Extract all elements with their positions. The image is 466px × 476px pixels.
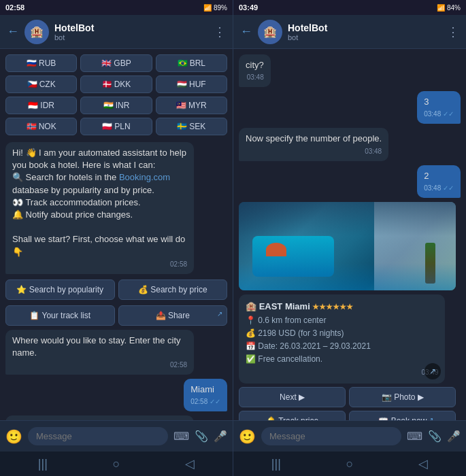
cta-time: 02:58 [12, 260, 187, 269]
city-question: city? 03:48 [239, 54, 271, 87]
right-back-button[interactable]: ← [240, 24, 252, 39]
right-bot-name: HotelBot [288, 22, 447, 33]
question-message: Where would you like to stay. Enter the … [5, 330, 194, 375]
people-reply-time: 03:48 ✓✓ [424, 184, 454, 193]
sticker-icon[interactable]: ⌨ [173, 430, 189, 443]
left-message-input[interactable] [28, 427, 168, 445]
currency-btn-brl[interactable]: 🇧🇷BRL [156, 54, 227, 72]
nav-home-icon[interactable]: ○ [113, 457, 120, 471]
right-status-icons: 📶 84% [437, 4, 461, 12]
right-nav-bar: ||| ○ ◁ [233, 452, 466, 476]
right-signal-icon: 📶 [437, 4, 445, 12]
hotel-dates: 📅 Date: 26.03.2021 – 29.03.2021 [246, 340, 438, 353]
emoji-button[interactable]: 🙂 [5, 428, 22, 445]
right-attach-icon[interactable]: 📎 [428, 430, 442, 443]
right-status-bar: 03:49 📶 84% [233, 0, 466, 15]
hotel-info-bubble: 🏨 EAST Miami ★★★★★★ 📍 0.6 km from center… [239, 294, 445, 384]
nav-menu-icon[interactable]: ||| [38, 457, 48, 471]
left-input-bar: 🙂 ⌨ 📎 🎤 [0, 420, 233, 452]
action-buttons-row1: ⭐ Search by popularity 💰 Search by price [5, 279, 227, 300]
right-nav-home-icon[interactable]: ○ [346, 457, 354, 471]
currency-btn-rub[interactable]: 🇷🇺RUB [5, 54, 77, 72]
header-info: HotelBot bot [54, 22, 214, 41]
right-messages: city? 03:48 3 03:48 ✓✓ Now specify the n… [233, 49, 466, 420]
hotel-price: 💰 2198 USD (for 3 nights) [246, 327, 438, 340]
avatar: 🏨 [24, 20, 49, 44]
currency-btn-nok[interactable]: 🇳🇴NOK [5, 118, 77, 135]
photo-button[interactable]: 📷 Photo ▶ [349, 387, 456, 407]
header-menu-button[interactable]: ⋮ [214, 24, 226, 39]
right-panel: 03:49 📶 84% ← 🏨 HotelBot bot ⋮ city? 03:… [233, 0, 466, 476]
currency-btn-sek[interactable]: 🇸🇪SEK [156, 118, 227, 135]
bot-sub: bot [54, 33, 214, 41]
user-reply-time: 02:58 ✓✓ [190, 397, 220, 407]
umbrella-visual [266, 243, 286, 256]
hotel-time: 03:49 [246, 367, 438, 378]
signal-icon: 📶 [203, 4, 212, 12]
people-message: Now specify the number of people. 03:48 [239, 128, 388, 160]
right-chat-header: ← 🏨 HotelBot bot ⋮ [233, 15, 466, 49]
currency-btn-czk[interactable]: 🇨🇿CZK [5, 75, 77, 93]
hotel-name: 🏨 EAST Miami ★★★★★★ [246, 300, 438, 314]
left-nav-bar: ||| ○ ◁ [0, 452, 233, 476]
city-reply-time: 03:48 ✓✓ [424, 109, 454, 119]
user-reply-bubble: Miami 02:58 ✓✓ [184, 379, 227, 411]
left-panel: 02:58 📶 89% ← 🏨 HotelBot bot ⋮ 🇷🇺RUB🇬🇧GB… [0, 0, 233, 476]
currency-btn-dkk[interactable]: 🇩🇰DKK [80, 75, 152, 93]
currency-btn-idr[interactable]: 🇮🇩IDR [5, 97, 77, 114]
city-reply-bubble: 3 03:48 ✓✓ [417, 91, 461, 124]
share-button[interactable]: 📤 Share↗ [118, 305, 228, 326]
back-button[interactable]: ← [7, 24, 19, 39]
left-status-bar: 02:58 📶 89% [0, 0, 233, 15]
people-time: 03:48 [246, 147, 382, 156]
right-time: 03:49 [239, 3, 258, 12]
currency-btn-gbp[interactable]: 🇬🇧GBP [80, 54, 152, 72]
search-price-button[interactable]: 💰 Search by price [118, 279, 228, 300]
tick-icon: ✓✓ [210, 398, 220, 405]
currency-btn-huf[interactable]: 🇭🇺HUF [156, 75, 227, 93]
hotel-distance: 📍 0.6 km from center [246, 314, 438, 327]
attach-icon[interactable]: 📎 [195, 430, 208, 443]
followup-message: OK, specify the check-in date at the hot… [5, 415, 194, 420]
track-list-button[interactable]: 📋 Your track list [5, 305, 115, 326]
left-messages: 🇷🇺RUB🇬🇧GBP🇧🇷BRL🇨🇿CZK🇩🇰DKK🇭🇺HUF🇮🇩IDR🇮🇳INR… [0, 49, 233, 420]
right-sticker-icon[interactable]: ⌨ [407, 430, 422, 443]
nav-back-icon[interactable]: ◁ [185, 456, 195, 471]
currency-btn-pln[interactable]: 🇵🇱PLN [80, 118, 152, 135]
intro-message: Hi! 👋 I am your automated assistant to h… [5, 142, 194, 274]
book-now-button[interactable]: 📖 Book now ↗ [349, 411, 456, 420]
right-header-menu-button[interactable]: ⋮ [447, 24, 459, 39]
hotel-card: 🏨 EAST Miami ★★★★★★ 📍 0.6 km from center… [239, 202, 456, 420]
mic-icon[interactable]: 🎤 [214, 430, 227, 443]
next-button[interactable]: Next ▶ [239, 387, 346, 407]
battery-icon: 89% [214, 4, 227, 12]
search-popularity-button[interactable]: ⭐ Search by popularity [5, 279, 115, 300]
water-overlay [239, 263, 456, 290]
hotel-stars: ★★★★★★ [312, 303, 353, 311]
hotel-action-row2: 🔔 Track price 📖 Book now ↗ [239, 411, 456, 420]
right-battery-icon: 84% [447, 4, 461, 12]
right-emoji-button[interactable]: 🙂 [239, 428, 256, 445]
city-time: 03:48 [246, 73, 264, 82]
right-mic-icon[interactable]: 🎤 [447, 430, 461, 443]
currency-grid: 🇷🇺RUB🇬🇧GBP🇧🇷BRL🇨🇿CZK🇩🇰DKK🇭🇺HUF🇮🇩IDR🇮🇳INR… [5, 54, 227, 135]
currency-btn-inr[interactable]: 🇮🇳INR [80, 97, 152, 114]
track-price-button[interactable]: 🔔 Track price [239, 411, 346, 420]
currency-btn-myr[interactable]: 🇲🇾MYR [156, 97, 227, 114]
right-message-input[interactable] [261, 427, 401, 445]
action-buttons-row2: 📋 Your track list 📤 Share↗ [5, 305, 227, 326]
right-input-bar: 🙂 ⌨ 📎 🎤 [233, 420, 466, 452]
left-status-icons: 📶 89% [203, 4, 227, 12]
people-reply-bubble: 2 03:48 ✓✓ [417, 165, 461, 198]
left-chat-header: ← 🏨 HotelBot bot ⋮ [0, 15, 233, 49]
right-avatar: 🏨 [258, 20, 282, 44]
question-time: 02:58 [12, 360, 187, 370]
right-bot-sub: bot [288, 33, 447, 41]
right-header-info: HotelBot bot [288, 22, 447, 41]
right-tick1: ✓✓ [443, 110, 454, 118]
right-tick2: ✓✓ [443, 184, 454, 192]
sky-overlay [239, 202, 456, 236]
forward-button[interactable]: ↗ [425, 363, 441, 379]
right-nav-menu-icon[interactable]: ||| [271, 457, 281, 471]
right-nav-back-icon[interactable]: ◁ [418, 456, 428, 471]
